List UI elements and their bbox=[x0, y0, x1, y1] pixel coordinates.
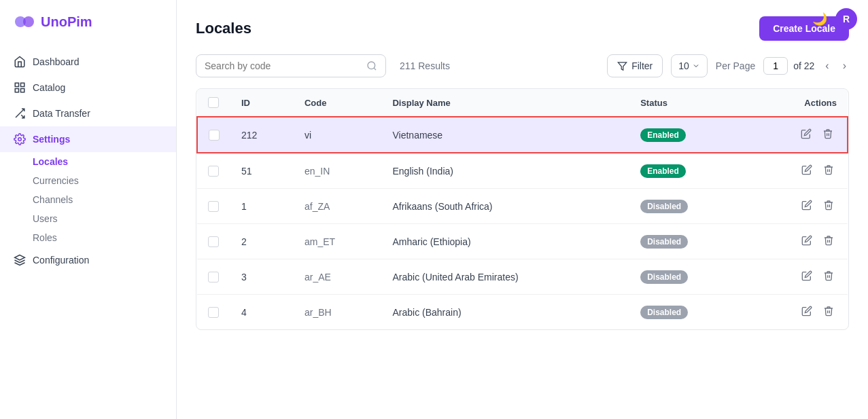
dark-mode-icon[interactable]: 🌙 bbox=[812, 12, 827, 26]
edit-icon bbox=[801, 128, 812, 139]
edit-icon bbox=[801, 200, 812, 211]
delete-button[interactable] bbox=[820, 268, 837, 286]
status-badge: Enabled bbox=[640, 128, 686, 142]
delete-button[interactable] bbox=[820, 162, 837, 180]
sidebar-item-label: Data Transfer bbox=[33, 108, 90, 119]
edit-button[interactable] bbox=[799, 232, 815, 251]
cell-display-name: Arabic (United Arab Emirates) bbox=[381, 259, 629, 295]
sidebar-item-label: Configuration bbox=[33, 255, 89, 266]
table-row: 212 vi Vietnamese Enabled bbox=[197, 117, 848, 153]
svg-rect-4 bbox=[15, 89, 18, 92]
logo-icon bbox=[14, 11, 35, 33]
table-row: 51 en_IN English (India) Enabled bbox=[197, 153, 848, 189]
cell-status: Enabled bbox=[629, 117, 746, 153]
next-page-button[interactable]: › bbox=[840, 58, 849, 73]
sidebar-item-configuration[interactable]: Configuration bbox=[0, 247, 176, 273]
cell-code: am_ET bbox=[294, 224, 382, 259]
cell-status: Enabled bbox=[629, 153, 746, 189]
table-row: 1 af_ZA Afrikaans (South Africa) Disable… bbox=[197, 189, 848, 224]
sidebar-item-currencies[interactable]: Currencies bbox=[33, 171, 176, 190]
sidebar-item-catalog[interactable]: Catalog bbox=[0, 75, 176, 101]
col-code: Code bbox=[294, 89, 382, 117]
settings-icon bbox=[14, 133, 26, 145]
filter-icon bbox=[617, 61, 627, 71]
delete-button[interactable] bbox=[820, 126, 836, 144]
status-badge: Disabled bbox=[640, 200, 688, 213]
col-id: ID bbox=[230, 89, 294, 117]
sidebar-item-label: Dashboard bbox=[33, 56, 80, 67]
cell-display-name: English (India) bbox=[381, 153, 629, 189]
svg-line-10 bbox=[374, 68, 376, 70]
row-checkbox[interactable] bbox=[208, 236, 219, 247]
sidebar-item-data-transfer[interactable]: Data Transfer bbox=[0, 101, 176, 126]
cell-id: 212 bbox=[230, 117, 294, 153]
search-box[interactable] bbox=[196, 54, 386, 77]
search-input[interactable] bbox=[205, 60, 361, 71]
row-checkbox[interactable] bbox=[208, 166, 219, 177]
trash-icon bbox=[823, 164, 834, 175]
cell-display-name: Arabic (Bahrain) bbox=[381, 295, 629, 330]
cell-id: 2 bbox=[230, 224, 294, 259]
toolbar: 211 Results Filter 10 Per Page of 22 ‹ › bbox=[196, 54, 849, 77]
edit-button[interactable] bbox=[798, 126, 814, 144]
trash-icon bbox=[823, 270, 834, 281]
table-row: 2 am_ET Amharic (Ethiopia) Disabled bbox=[197, 224, 848, 259]
cell-display-name: Afrikaans (South Africa) bbox=[381, 189, 629, 224]
row-checkbox[interactable] bbox=[208, 307, 219, 318]
sidebar-item-roles[interactable]: Roles bbox=[33, 228, 176, 247]
cell-code: af_ZA bbox=[294, 189, 382, 224]
svg-point-8 bbox=[18, 138, 22, 141]
cell-status: Disabled bbox=[629, 259, 746, 295]
per-page-value: 10 bbox=[678, 60, 689, 71]
sidebar-item-label: Settings bbox=[33, 134, 70, 145]
cell-status: Disabled bbox=[629, 295, 746, 330]
home-icon bbox=[14, 56, 26, 68]
row-checkbox[interactable] bbox=[208, 272, 219, 283]
row-checkbox[interactable] bbox=[208, 201, 219, 212]
delete-button[interactable] bbox=[820, 197, 837, 215]
status-badge: Disabled bbox=[640, 235, 688, 249]
delete-button[interactable] bbox=[820, 232, 837, 251]
cell-id: 1 bbox=[230, 189, 294, 224]
edit-button[interactable] bbox=[799, 162, 815, 180]
sidebar-item-channels[interactable]: Channels bbox=[33, 190, 176, 209]
status-badge: Enabled bbox=[640, 164, 686, 178]
edit-button[interactable] bbox=[799, 268, 815, 286]
cell-code: ar_BH bbox=[294, 295, 382, 330]
sidebar-item-dashboard[interactable]: Dashboard bbox=[0, 49, 176, 75]
delete-button[interactable] bbox=[820, 303, 837, 321]
prev-page-button[interactable]: ‹ bbox=[822, 58, 831, 73]
pagination-info: of 22 bbox=[763, 57, 814, 75]
status-badge: Disabled bbox=[640, 270, 688, 284]
page-number-input[interactable] bbox=[763, 57, 788, 75]
status-badge: Disabled bbox=[640, 306, 688, 319]
sidebar-item-users[interactable]: Users bbox=[33, 209, 176, 228]
row-checkbox[interactable] bbox=[209, 130, 220, 141]
logo-text: UnoPim bbox=[41, 14, 92, 30]
edit-button[interactable] bbox=[799, 303, 815, 321]
filter-button[interactable]: Filter bbox=[607, 54, 663, 77]
settings-subnav: Locales Currencies Channels Users Roles bbox=[0, 152, 176, 247]
cell-code: ar_AE bbox=[294, 259, 382, 295]
select-all-checkbox[interactable] bbox=[208, 97, 219, 108]
svg-rect-2 bbox=[15, 83, 18, 86]
sidebar: UnoPim Dashboard Catalog Data Transfer S… bbox=[0, 0, 177, 419]
svg-point-9 bbox=[368, 62, 375, 69]
cell-display-name: Vietnamese bbox=[381, 117, 629, 153]
page-title: Locales bbox=[196, 20, 251, 37]
sidebar-item-settings[interactable]: Settings bbox=[0, 126, 176, 152]
cell-id: 51 bbox=[230, 153, 294, 189]
topbar-right: 🌙 R bbox=[812, 8, 857, 30]
col-display-name: Display Name bbox=[381, 89, 629, 117]
catalog-icon bbox=[14, 81, 26, 94]
per-page-label: Per Page bbox=[716, 60, 755, 71]
per-page-select[interactable]: 10 bbox=[671, 54, 708, 77]
svg-marker-11 bbox=[618, 62, 627, 69]
svg-point-1 bbox=[23, 16, 34, 27]
sidebar-item-locales[interactable]: Locales bbox=[33, 152, 176, 171]
avatar[interactable]: R bbox=[835, 8, 857, 30]
chevron-down-icon bbox=[692, 62, 700, 70]
table-row: 3 ar_AE Arabic (United Arab Emirates) Di… bbox=[197, 259, 848, 295]
edit-button[interactable] bbox=[799, 197, 815, 215]
logo[interactable]: UnoPim bbox=[0, 0, 176, 43]
